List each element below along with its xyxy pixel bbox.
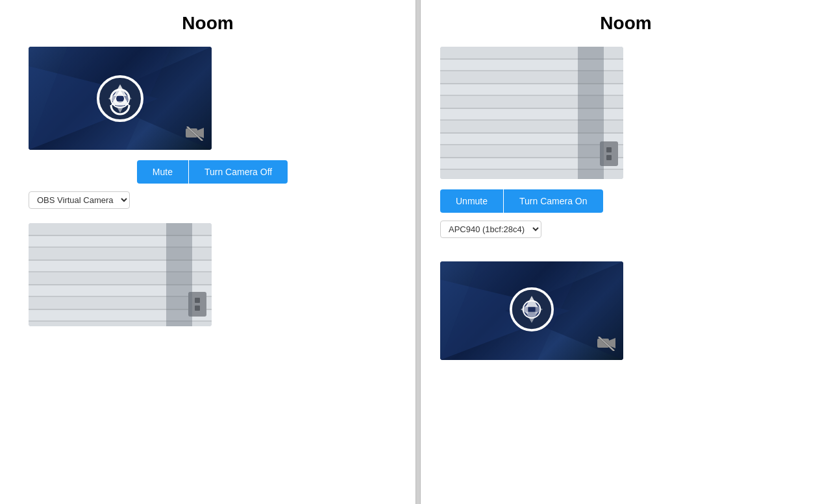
left-panel: Noom [0, 0, 416, 504]
left-blinds-display [29, 223, 212, 326]
left-title: Noom [182, 13, 233, 34]
turn-camera-off-button[interactable]: Turn Camera Off [189, 160, 288, 184]
obs-logo [97, 75, 143, 122]
right-camera-preview [440, 47, 623, 179]
obs-logo-svg [97, 75, 143, 122]
right-obs-display [440, 261, 623, 360]
right-panel: Noom Unmute Turn Camera On APC940 (1bcf:… [421, 0, 831, 504]
right-obs-preview [440, 261, 623, 360]
panel-divider[interactable] [416, 0, 421, 504]
mute-button[interactable]: Mute [137, 160, 188, 184]
turn-camera-on-button[interactable]: Turn Camera On [504, 189, 603, 213]
right-blinds-display [440, 47, 623, 179]
right-content: Unmute Turn Camera On APC940 (1bcf:28c4) [440, 47, 812, 360]
right-outlet-decoration [600, 141, 618, 166]
right-title: Noom [600, 13, 651, 34]
outlet-slot-1 [195, 298, 200, 303]
right-outlet-slot-2 [606, 155, 612, 160]
unmute-button[interactable]: Unmute [440, 189, 503, 213]
left-controls: Mute Turn Camera Off [137, 160, 288, 184]
right-obs-logo [510, 287, 554, 334]
right-outlet-slot-1 [606, 147, 612, 152]
camera-off-icon [186, 126, 204, 143]
left-blinds-preview [29, 223, 212, 326]
right-obs-logo-svg [510, 287, 554, 331]
outlet-slot-2 [195, 306, 200, 311]
outlet-decoration [188, 292, 206, 317]
right-camera-select[interactable]: APC940 (1bcf:28c4) [440, 221, 541, 238]
right-camera-select-row: APC940 (1bcf:28c4) [440, 221, 541, 238]
left-content: Mute Turn Camera Off OBS Virtual Camera [19, 47, 396, 326]
obs-video-display [29, 47, 212, 150]
left-obs-preview [29, 47, 212, 150]
left-camera-select-row: OBS Virtual Camera [29, 191, 130, 209]
right-controls: Unmute Turn Camera On [440, 189, 603, 213]
left-camera-select[interactable]: OBS Virtual Camera [29, 191, 130, 209]
right-camera-off-icon [597, 337, 615, 354]
